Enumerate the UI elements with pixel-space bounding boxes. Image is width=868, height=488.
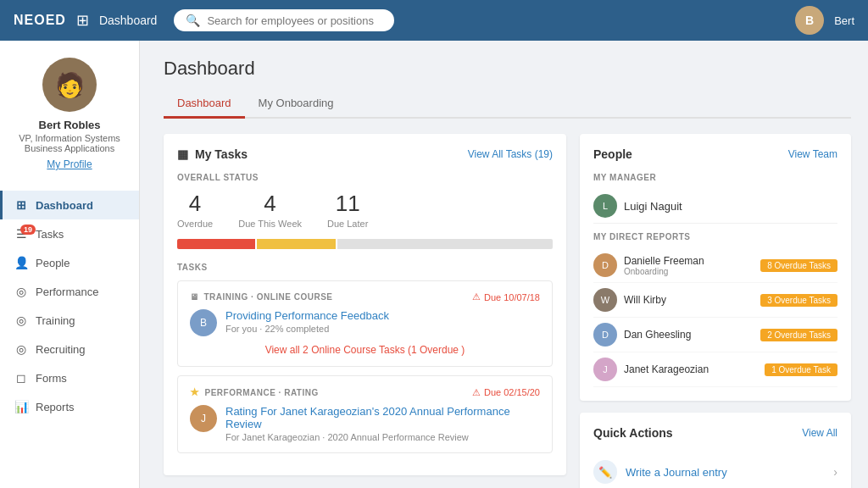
right-panel: People View Team MY MANAGER L Luigi Nagu… [580,134,851,488]
task-body-1: J Rating For Janet Karageozian's 2020 An… [190,405,540,442]
task-avatar-1: J [190,405,217,432]
sidebar-item-label: Reports [36,401,75,413]
manager-name: Luigi Naguit [624,200,682,213]
task-info-0: Providing Performance Feedback For you ·… [225,309,540,334]
task-footer-link-0[interactable]: View all 2 Online Course Tasks (1 Overdu… [265,344,465,356]
sidebar-item-dashboard[interactable]: ⊞ Dashboard [0,191,139,219]
tabs: Dashboard My Onboarding [164,90,851,119]
quick-actions-header: Quick Actions View All [593,426,837,440]
progress-bar [177,239,553,249]
tasks-card-header: ▦ My Tasks View All Tasks (19) [177,147,553,161]
dr-sub-0: Onboarding [624,267,704,276]
direct-report-0: D Danielle Freeman Onboarding 8 Overdue … [593,248,837,283]
people-card-title: People [593,147,632,161]
warning-icon-1: ⚠ [472,387,481,398]
tasks-card-icon: ▦ [177,147,188,161]
search-bar[interactable]: 🔍 [174,9,394,31]
people-icon: 👤 [14,256,29,269]
direct-report-1: W Will Kirby 3 Overdue Tasks [593,283,837,318]
sidebar-item-performance[interactable]: ◎ Performance [0,277,139,306]
task-due-1: ⚠ Due 02/15/20 [472,387,540,398]
tasks-section-label: TASKS [177,263,553,272]
sidebar-profile: 🧑 Bert Robles VP, Information Systems Bu… [8,58,131,184]
due-week-count: 4 Due This Week [238,191,302,229]
due-later-number: 11 [327,191,368,217]
view-team-link[interactable]: View Team [788,148,837,160]
task-subtitle-0: For you · 22% completed [225,324,540,334]
tab-dashboard[interactable]: Dashboard [164,90,245,119]
user-avatar[interactable]: B [795,6,824,35]
page-title: Dashboard [164,58,851,80]
search-input[interactable] [207,14,382,27]
sidebar-item-forms[interactable]: ◻ Forms [0,363,139,392]
dr-badge-1: 3 Overdue Tasks [760,294,837,307]
due-later-label: Due Later [327,219,368,229]
people-card-header: People View Team [593,147,837,161]
dr-badge-3: 1 Overdue Task [765,363,837,376]
tasks-card-title: ▦ My Tasks [177,147,248,161]
task-info-1: Rating For Janet Karageozian's 2020 Annu… [225,405,540,442]
task-type-1: ★ PERFORMANCE · RATING [190,386,319,398]
manager-avatar: L [593,194,617,218]
task-item-0: 🖥 TRAINING · ONLINE COURSE ⚠ Due 10/07/1… [177,280,553,367]
progress-due-week [257,239,335,249]
overall-status-label: OVERALL STATUS [177,173,553,182]
task-type-row-1: ★ PERFORMANCE · RATING ⚠ Due 02/15/20 [190,386,540,398]
overdue-count: 4 Overdue [177,191,213,229]
quick-action-journal[interactable]: ✏️ Write a Journal entry › [593,452,837,488]
user-avatar-initials: B [805,14,814,27]
task-footer-badge-0: (1 Overdue ) [408,344,465,356]
sidebar: 🧑 Bert Robles VP, Information Systems Bu… [0,41,140,488]
tasks-card: ▦ My Tasks View All Tasks (19) OVERALL S… [164,134,566,475]
quick-actions-card: Quick Actions View All ✏️ Write a Journa… [580,413,851,488]
nav-dashboard-label[interactable]: Dashboard [99,14,158,27]
tasks-badge: 19 [20,225,36,235]
sidebar-user-avatar: 🧑 [42,58,97,112]
sidebar-item-label: People [36,257,70,269]
dr-info-2: Dan Gheesling [624,329,691,341]
grid-icon[interactable]: ⊞ [76,11,89,30]
dr-left-3: J Janet Karageozian [593,358,709,381]
dr-name-2: Dan Gheesling [624,329,691,341]
dr-avatar-2: D [593,323,617,347]
quick-actions-title: Quick Actions [593,426,673,440]
top-nav: NEOED ⊞ Dashboard 🔍 B Bert [0,0,868,41]
task-title-1[interactable]: Rating For Janet Karageozian's 2020 Annu… [225,405,540,430]
layout: 🧑 Bert Robles VP, Information Systems Bu… [0,41,868,488]
app-logo: NEOED [14,13,66,28]
sidebar-item-label: Performance [36,286,98,298]
star-icon: ★ [190,386,200,398]
direct-reports-label: MY DIRECT REPORTS [593,232,837,241]
search-icon: 🔍 [186,14,200,27]
performance-icon: ◎ [14,285,29,298]
sidebar-item-recruiting[interactable]: ◎ Recruiting [0,335,139,363]
status-numbers: 4 Overdue 4 Due This Week 11 Due Later [177,191,553,229]
dr-avatar-0: D [593,253,617,277]
task-body-0: B Providing Performance Feedback For you… [190,309,540,336]
recruiting-icon: ◎ [14,342,29,356]
training-icon: ◎ [14,313,29,327]
sidebar-item-reports[interactable]: 📊 Reports [0,392,139,421]
dr-name-1: Will Kirby [624,294,666,306]
my-profile-link[interactable]: My Profile [19,158,120,170]
view-all-tasks-link[interactable]: View All Tasks (19) [468,148,553,160]
task-type-row-0: 🖥 TRAINING · ONLINE COURSE ⚠ Due 10/07/1… [190,291,540,302]
sidebar-item-people[interactable]: 👤 People [0,248,139,277]
sidebar-user-name: Bert Robles [19,119,120,131]
sidebar-item-training[interactable]: ◎ Training [0,306,139,335]
sidebar-item-label: Recruiting [36,343,86,356]
user-name-label: Bert [834,14,854,27]
view-all-quick-link[interactable]: View All [802,427,837,439]
task-title-0[interactable]: Providing Performance Feedback [225,309,540,322]
manager-row: L Luigi Naguit [593,189,837,224]
sidebar-item-tasks[interactable]: ☰ Tasks 19 [0,219,139,248]
sidebar-item-label: Dashboard [36,199,93,212]
sidebar-user-dept: Business Applications [19,143,120,153]
cards-row: ▦ My Tasks View All Tasks (19) OVERALL S… [164,134,851,488]
dr-info-0: Danielle Freeman Onboarding [624,255,704,276]
forms-icon: ◻ [14,371,29,385]
progress-overdue [177,239,255,249]
sidebar-item-label: Training [36,314,75,327]
my-manager-label: MY MANAGER [593,173,837,182]
tab-onboarding[interactable]: My Onboarding [245,90,348,119]
